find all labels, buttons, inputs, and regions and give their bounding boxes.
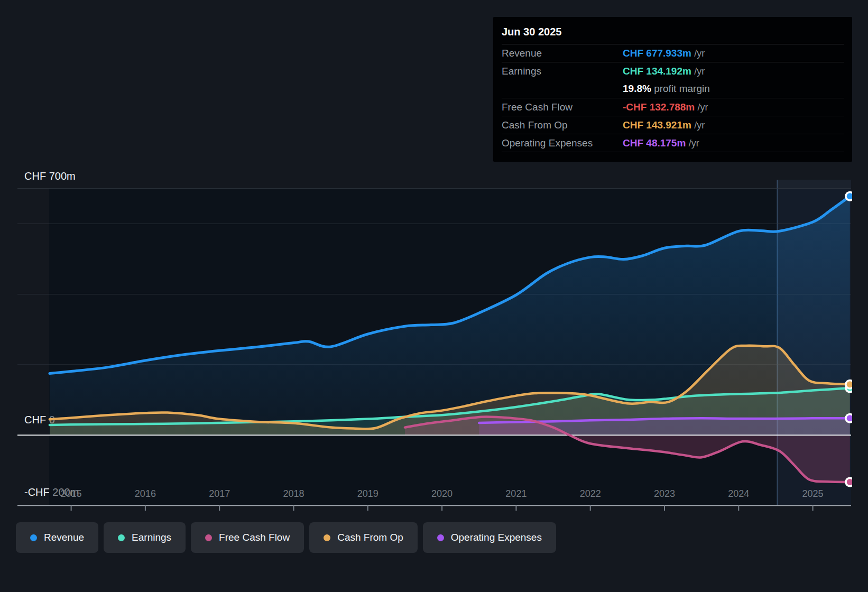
tooltip-opex-label: Operating Expenses [502,137,623,149]
tooltip-row-profit-margin: 19.8% profit margin [502,80,844,98]
legend-item-earnings[interactable]: Earnings [104,522,186,553]
tooltip-fcf-value: -CHF 132.788m /yr [623,101,844,113]
stock-financials-chart-page: CHF 700m CHF 0 -CHF 200m 201520162017201… [0,0,868,592]
legend-item-revenue[interactable]: Revenue [16,522,98,553]
legend-dot-operating_expenses [437,534,444,541]
tooltip-row-revenue: Revenue CHF 677.933m /yr [502,44,844,62]
legend-dot-free_cash_flow [205,534,212,541]
legend-item-cash_from_op[interactable]: Cash From Op [309,522,418,553]
tooltip-row-operating-expenses: Operating Expenses CHF 48.175m /yr [502,134,844,152]
legend-dot-earnings [118,534,125,541]
legend-label-cash_from_op: Cash From Op [337,532,403,543]
tooltip-revenue-value: CHF 677.933m /yr [623,48,844,59]
tooltip-row-free-cash-flow: Free Cash Flow -CHF 132.788m /yr [502,98,844,116]
tooltip-earnings-label: Earnings [502,66,623,77]
legend-label-earnings: Earnings [132,532,171,543]
tooltip-fcf-label: Free Cash Flow [502,101,623,113]
tooltip-date: Jun 30 2025 [502,17,844,44]
legend-item-free_cash_flow[interactable]: Free Cash Flow [191,522,304,553]
chart-tooltip: Jun 30 2025 Revenue CHF 677.933m /yr Ear… [493,17,852,162]
tooltip-earnings-value: CHF 134.192m /yr [623,66,844,77]
tooltip-opex-value: CHF 48.175m /yr [623,137,844,149]
tooltip-margin-value: 19.8% profit margin [623,83,844,95]
tooltip-row-cash-from-op: Cash From Op CHF 143.921m /yr [502,116,844,134]
chart-legend: RevenueEarningsFree Cash FlowCash From O… [16,522,556,553]
tooltip-cashop-value: CHF 143.921m /yr [623,119,844,131]
legend-dot-revenue [30,534,37,541]
legend-label-revenue: Revenue [44,532,84,543]
legend-item-operating_expenses[interactable]: Operating Expenses [423,522,556,553]
legend-dot-cash_from_op [324,534,330,541]
tooltip-cashop-label: Cash From Op [502,119,623,131]
legend-label-operating_expenses: Operating Expenses [451,532,542,543]
tooltip-revenue-label: Revenue [502,48,623,59]
tooltip-row-earnings: Earnings CHF 134.192m /yr [502,62,844,80]
legend-label-free_cash_flow: Free Cash Flow [219,532,290,543]
